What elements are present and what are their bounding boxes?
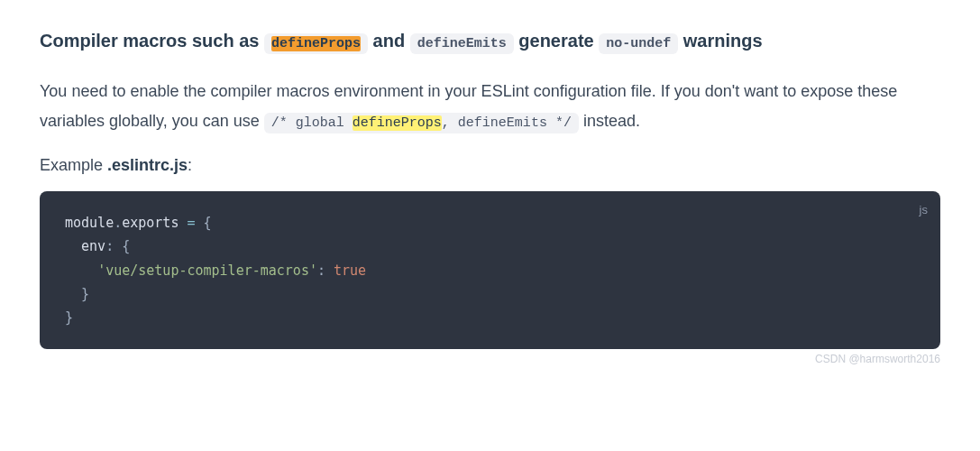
comment-open: /* global xyxy=(271,115,353,131)
watermark: CSDN @harmsworth2016 xyxy=(40,353,940,365)
example-label: Example .eslintrc.js: xyxy=(40,156,940,175)
highlight-orange: defineProps xyxy=(271,36,361,51)
tok-dot: . xyxy=(114,215,122,231)
inline-code-defineprops: defineProps xyxy=(264,33,368,54)
code-pre: module.exports = { env: { 'vue/setup-com… xyxy=(65,211,915,329)
tok-colon: : xyxy=(105,238,122,254)
tok-brace: } xyxy=(65,309,73,326)
code-block: js module.exports = { env: { 'vue/setup-… xyxy=(40,191,940,349)
highlight-yellow: defineProps xyxy=(353,115,442,131)
heading-text: and xyxy=(373,31,410,51)
tok-env: env xyxy=(81,238,105,254)
section-heading: Compiler macros such as defineProps and … xyxy=(40,27,940,55)
inline-code-defineemits: defineEmits xyxy=(410,33,514,54)
description-paragraph: You need to enable the compiler macros e… xyxy=(40,77,940,137)
tok-string: 'vue/setup-compiler-macros' xyxy=(97,262,317,279)
paragraph-text: instead. xyxy=(583,112,640,130)
code-language-label: js xyxy=(920,200,928,221)
heading-text: generate xyxy=(518,31,599,51)
tok-exports: exports xyxy=(122,215,179,231)
example-prefix: Example xyxy=(40,156,107,174)
tok-true: true xyxy=(334,262,366,279)
heading-text: warnings xyxy=(683,31,763,51)
inline-code-noundef: no-undef xyxy=(599,33,678,54)
tok-brace: } xyxy=(81,286,89,302)
tok-colon: : xyxy=(317,262,334,279)
tok-eq: = xyxy=(179,215,203,231)
tok-module: module xyxy=(65,215,114,231)
heading-text: Compiler macros such as xyxy=(40,31,264,51)
example-suffix: : xyxy=(188,156,192,174)
comment-rest: , defineEmits */ xyxy=(442,115,572,131)
inline-code-comment: /* global defineProps, defineEmits */ xyxy=(264,113,579,133)
tok-brace: { xyxy=(122,238,130,254)
example-filename: .eslintrc.js xyxy=(107,156,188,174)
tok-brace: { xyxy=(204,215,212,231)
